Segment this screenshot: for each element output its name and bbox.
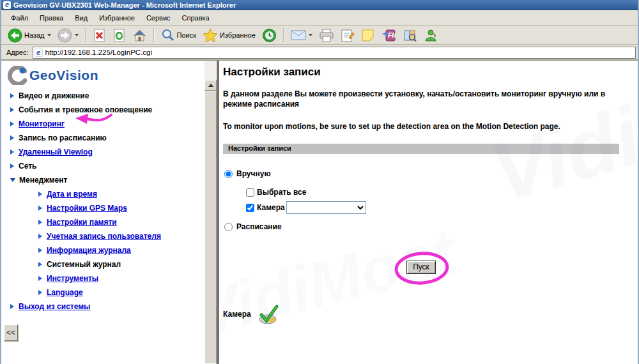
- title-bar: e Geovision GV-UBX2301 Web-Manager - Mic…: [1, 0, 638, 10]
- scroll-thumb[interactable]: [204, 91, 217, 364]
- print-icon: [319, 29, 334, 42]
- scroll-up-arrow-icon: [208, 84, 213, 87]
- address-label: Адрес:: [6, 49, 29, 56]
- toolbar-separator: [153, 28, 155, 42]
- refresh-button[interactable]: [110, 27, 128, 43]
- svg-text:FM: FM: [388, 32, 396, 39]
- select-all-label: Выбрать все: [257, 188, 306, 197]
- back-dropdown-icon: [47, 34, 51, 36]
- tree-arrow-icon: [10, 121, 14, 126]
- favorites-label: Избранное: [220, 31, 256, 39]
- nav-language[interactable]: Language: [38, 285, 204, 300]
- select-all-checkbox[interactable]: [246, 188, 254, 197]
- back-label: Назад: [24, 31, 45, 39]
- print-button[interactable]: [316, 27, 337, 43]
- edit-button[interactable]: [338, 27, 357, 43]
- nav-scheduled-recording[interactable]: Запись по расписанию: [10, 131, 204, 145]
- geovision-logo: GeoVision: [8, 66, 204, 85]
- camera-select[interactable]: [286, 201, 366, 214]
- sidebar-collapse-button[interactable]: <<: [4, 324, 18, 341]
- manual-radio-row: Вручную: [223, 169, 619, 178]
- forward-icon: [58, 28, 72, 43]
- refresh-icon: [112, 29, 126, 42]
- manual-radio[interactable]: [224, 170, 233, 178]
- discuss-button[interactable]: FM: [378, 27, 399, 43]
- nav-events-alerts[interactable]: События и тревожное оповещение: [10, 103, 204, 117]
- address-input[interactable]: [45, 49, 635, 56]
- messenger-button[interactable]: [421, 27, 440, 43]
- search-label: Поиск: [177, 31, 196, 39]
- scroll-up-button[interactable]: [204, 80, 217, 91]
- camera-status-row: Камера: [223, 304, 619, 324]
- address-field[interactable]: e: [33, 47, 636, 59]
- menu-help[interactable]: Справка: [176, 12, 215, 24]
- mail-button[interactable]: [288, 27, 315, 43]
- nav-user-account[interactable]: Учетная запись пользователя: [38, 229, 204, 243]
- back-button[interactable]: Назад: [5, 27, 54, 43]
- tree-arrow-icon: [10, 304, 14, 309]
- camera-row: Камера: [246, 201, 619, 214]
- stop-button[interactable]: [90, 27, 109, 43]
- select-all-row: Выбрать все: [246, 188, 619, 197]
- nav-storage-settings[interactable]: Настройки памяти: [38, 215, 204, 229]
- nav-network[interactable]: Сеть: [10, 159, 204, 173]
- menu-tools[interactable]: Сервис: [141, 12, 176, 24]
- forward-dropdown-icon: [75, 34, 79, 36]
- home-button[interactable]: [130, 27, 150, 43]
- page-title: Настройки записи: [223, 66, 616, 79]
- nav-remote-viewlog[interactable]: Удаленный Viewlog: [10, 145, 204, 159]
- manual-radio-label: Вручную: [236, 169, 271, 178]
- menu-edit[interactable]: Правка: [34, 12, 69, 24]
- tree-arrow-down-icon: [10, 178, 15, 182]
- tree-arrow-icon: [10, 135, 14, 140]
- menu-file[interactable]: Файл: [5, 12, 34, 24]
- tree-arrow-icon: [10, 163, 14, 169]
- camera-checkbox[interactable]: [246, 204, 254, 212]
- camera-active-check-icon: [258, 304, 281, 324]
- nav-log-information[interactable]: Информация журнала: [38, 243, 204, 257]
- tree-arrow-icon: [38, 276, 42, 281]
- history-button[interactable]: [259, 27, 279, 43]
- search-icon: [161, 28, 175, 42]
- address-bar: Адрес: e: [1, 45, 638, 61]
- browser-window: e Geovision GV-UBX2301 Web-Manager - Mic…: [0, 0, 639, 364]
- mail-icon: [291, 29, 306, 41]
- favorites-button[interactable]: Избранное: [200, 27, 258, 43]
- nav-tools[interactable]: Инструменты: [38, 271, 204, 285]
- window-title: Geovision GV-UBX2301 Web-Manager - Micro…: [13, 1, 236, 9]
- nav-monitoring[interactable]: Мониторинг: [10, 117, 204, 131]
- menu-favorites[interactable]: Избранное: [93, 12, 141, 24]
- menu-view[interactable]: Вид: [69, 12, 93, 24]
- toolbar-separator: [85, 28, 86, 42]
- tree-arrow-icon: [38, 192, 42, 197]
- nav-management[interactable]: Менеджмент: [10, 173, 204, 187]
- menu-bar: Файл Правка Вид Избранное Сервис Справка: [1, 11, 638, 26]
- nav-logout[interactable]: Выход из системы: [10, 300, 204, 314]
- stop-icon: [93, 29, 106, 42]
- sidebar-scrollbar[interactable]: [204, 61, 217, 364]
- tree-arrow-icon: [38, 220, 42, 225]
- schedule-radio-row: Расписание: [223, 222, 619, 231]
- logo-text: GeoVision: [29, 68, 98, 83]
- research-button[interactable]: [400, 27, 420, 43]
- start-button[interactable]: Пуск: [406, 261, 436, 274]
- tree-arrow-icon: [38, 262, 42, 267]
- home-icon: [132, 29, 147, 42]
- nav-video-motion[interactable]: Видео и движение: [10, 89, 204, 103]
- nav-system-log[interactable]: Системный журнал: [38, 257, 204, 271]
- tree-arrow-icon: [10, 93, 14, 98]
- nav-date-time[interactable]: Дата и время: [38, 187, 204, 201]
- tree-arrow-icon: [10, 149, 14, 155]
- schedule-radio[interactable]: [224, 223, 233, 231]
- search-button[interactable]: Поиск: [158, 27, 199, 43]
- tree-arrow-icon: [38, 206, 42, 211]
- forward-button[interactable]: [55, 27, 81, 43]
- nav-gps-maps[interactable]: Настройки GPS Maps: [38, 201, 204, 215]
- back-icon: [8, 28, 22, 43]
- note-button[interactable]: [358, 27, 377, 43]
- tree-arrow-icon: [38, 248, 42, 253]
- motion-note-text: To monitor upon motions, be sure to set …: [223, 122, 616, 131]
- history-icon: [262, 28, 277, 43]
- page-content: GeoVision Видео и движение События и тре…: [1, 61, 638, 364]
- mail-dropdown-icon: [309, 34, 312, 36]
